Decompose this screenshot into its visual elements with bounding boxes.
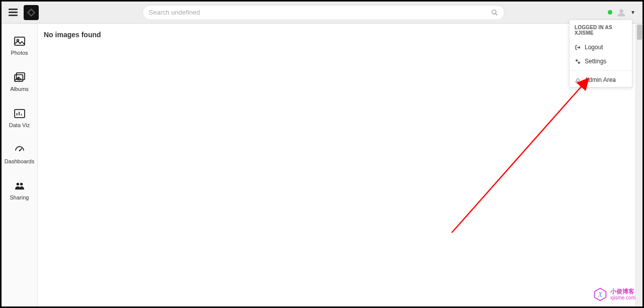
settings-item[interactable]: Settings (570, 54, 632, 68)
admin-area-item[interactable]: Admin Area (570, 73, 632, 87)
wrench-icon (575, 77, 581, 83)
main-content: No images found (38, 24, 642, 306)
sidebar-label: Albums (10, 86, 29, 92)
empty-message: No images found (44, 31, 636, 39)
header: ▼ (2, 2, 642, 24)
svg-point-7 (18, 77, 19, 79)
sidebar-label: Sharing (10, 194, 29, 200)
sidebar-item-sharing[interactable]: Sharing (2, 180, 37, 200)
svg-point-17 (576, 59, 578, 61)
sidebar-item-albums[interactable]: Albums (2, 72, 37, 92)
svg-line-1 (495, 13, 497, 15)
watermark-url: xjisme.com (610, 295, 635, 300)
watermark-logo-icon: X (593, 287, 607, 301)
logout-label: Logout (585, 44, 603, 51)
sharing-icon (14, 180, 26, 191)
search-input[interactable] (149, 9, 491, 16)
admin-label: Admin Area (585, 76, 616, 83)
sidebar-label: Dashboards (5, 158, 34, 164)
sidebar-label: Data Viz (9, 122, 30, 128)
scrollbar[interactable] (635, 24, 642, 306)
watermark-title: 小俊博客 (610, 288, 635, 295)
search-icon[interactable] (491, 9, 498, 16)
svg-line-13 (20, 148, 22, 151)
status-indicator-icon (608, 10, 612, 15)
menu-hamburger-icon[interactable] (8, 7, 19, 18)
svg-point-2 (619, 9, 623, 13)
user-dropdown: LOGGED IN AS XJISME Logout Settings Admi… (569, 20, 632, 87)
caret-down-icon[interactable]: ▼ (630, 10, 635, 15)
scrollbar-thumb[interactable] (637, 25, 642, 40)
sidebar-item-dataviz[interactable]: Data Viz (2, 108, 37, 128)
app-logo[interactable] (24, 5, 39, 20)
svg-text:X: X (598, 291, 603, 298)
svg-point-0 (492, 10, 496, 14)
dataviz-icon (14, 108, 26, 119)
photos-icon (14, 36, 26, 47)
svg-point-14 (16, 183, 19, 185)
dropdown-header: LOGGED IN AS XJISME (570, 20, 632, 40)
svg-point-18 (578, 61, 580, 63)
logout-item[interactable]: Logout (570, 40, 632, 54)
dashboards-icon (14, 144, 26, 155)
svg-rect-3 (15, 37, 25, 45)
dropdown-separator (570, 70, 632, 71)
search-box[interactable] (142, 5, 505, 20)
svg-point-15 (20, 183, 22, 185)
settings-label: Settings (585, 58, 606, 65)
settings-icon (575, 58, 581, 64)
albums-icon (14, 72, 26, 83)
avatar-icon[interactable] (616, 8, 626, 18)
logout-icon (575, 44, 581, 50)
sidebar-item-dashboards[interactable]: Dashboards (2, 144, 37, 164)
sidebar-item-photos[interactable]: Photos (2, 36, 37, 56)
sidebar-label: Photos (11, 50, 28, 56)
watermark: X 小俊博客 xjisme.com (593, 287, 635, 301)
sidebar: Photos Albums Data Viz Dashboards Sharin… (2, 24, 38, 306)
